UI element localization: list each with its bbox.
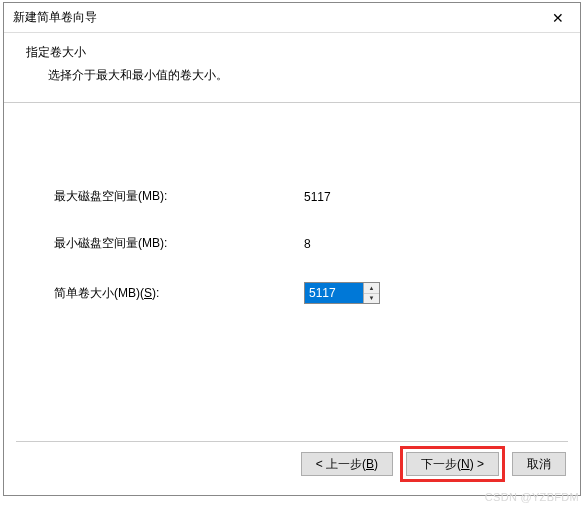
- close-icon: ✕: [552, 10, 564, 26]
- window-title: 新建简单卷向导: [13, 9, 97, 26]
- min-disk-label: 最小磁盘空间量(MB):: [54, 235, 304, 252]
- wizard-window: 新建简单卷向导 ✕ 指定卷大小 选择介于最大和最小值的卷大小。 最大磁盘空间量(…: [3, 2, 581, 496]
- cancel-button[interactable]: 取消: [512, 452, 566, 476]
- header-title: 指定卷大小: [26, 44, 570, 61]
- volume-size-input-wrap: ▲ ▼: [304, 282, 380, 304]
- footer-divider: [16, 441, 568, 442]
- header-subtitle: 选择介于最大和最小值的卷大小。: [26, 67, 570, 84]
- back-button[interactable]: < 上一步(B): [301, 452, 393, 476]
- volume-size-value: ▲ ▼: [304, 282, 530, 304]
- max-disk-value: 5117: [304, 190, 530, 204]
- wizard-header: 指定卷大小 选择介于最大和最小值的卷大小。: [4, 33, 580, 103]
- button-row: < 上一步(B) 下一步(N) > 取消: [301, 446, 566, 482]
- volume-size-input[interactable]: [305, 283, 363, 303]
- spinner-down-button[interactable]: ▼: [364, 294, 379, 304]
- next-button-highlight: 下一步(N) >: [400, 446, 505, 482]
- max-disk-label: 最大磁盘空间量(MB):: [54, 188, 304, 205]
- spinner-up-button[interactable]: ▲: [364, 283, 379, 294]
- watermark: CSDN @YZBFDM: [485, 491, 579, 503]
- spinner: ▲ ▼: [363, 283, 379, 303]
- volume-size-row: 简单卷大小(MB)(S): ▲ ▼: [54, 282, 530, 304]
- max-disk-row: 最大磁盘空间量(MB): 5117: [54, 188, 530, 205]
- min-disk-row: 最小磁盘空间量(MB): 8: [54, 235, 530, 252]
- next-button[interactable]: 下一步(N) >: [406, 452, 499, 476]
- volume-size-label: 简单卷大小(MB)(S):: [54, 285, 304, 302]
- close-button[interactable]: ✕: [535, 3, 580, 32]
- content-area: 最大磁盘空间量(MB): 5117 最小磁盘空间量(MB): 8 简单卷大小(M…: [4, 103, 580, 304]
- min-disk-value: 8: [304, 237, 530, 251]
- titlebar: 新建简单卷向导 ✕: [4, 3, 580, 33]
